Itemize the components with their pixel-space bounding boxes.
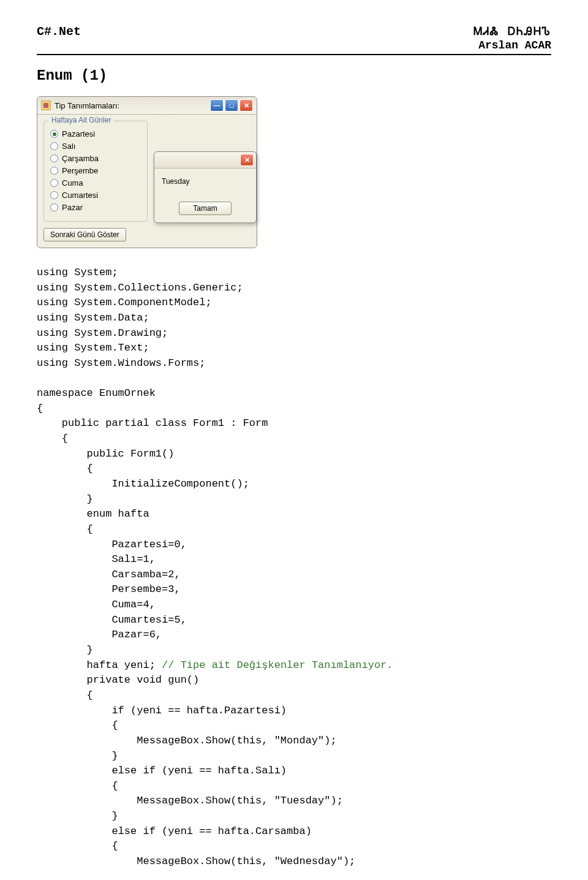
code-line: if (yeni == hafta.Pazartesi): [37, 705, 287, 716]
code-line: {: [37, 719, 118, 731]
code-line: Pazar=6,: [37, 629, 162, 640]
dialog-ok-button[interactable]: Tamam: [179, 202, 231, 215]
window-title: Tip Tanımlamaları:: [55, 101, 119, 110]
code-line: enum hafta: [37, 508, 149, 520]
close-button[interactable]: ✕: [239, 99, 253, 112]
radio-cuma[interactable]: Cuma: [50, 178, 141, 188]
code-line: MessageBox.Show(this, "Tuesday");: [37, 795, 343, 806]
code-line: using System.Collections.Generic;: [37, 282, 243, 294]
next-day-button[interactable]: Sonraki Günü Göster: [43, 228, 126, 241]
dialog-message: Tuesday: [162, 177, 249, 186]
code-line: namespace EnumOrnek: [37, 387, 156, 399]
code-line: MessageBox.Show(this, "Monday");: [37, 735, 337, 746]
code-line: {: [37, 523, 93, 535]
code-line: private void gun(): [37, 674, 199, 686]
code-line: {: [37, 689, 93, 701]
radio-sali[interactable]: Salı: [50, 142, 141, 151]
code-line: hafta yeni;: [37, 659, 162, 671]
code-line: using System.Data;: [37, 312, 149, 324]
code-line: Persembe=3,: [37, 583, 181, 595]
code-line: {: [37, 403, 43, 414]
radio-label: Cumartesi: [62, 191, 98, 200]
code-line: }: [37, 644, 93, 656]
code-line: {: [37, 433, 68, 444]
code-line: else if (yeni == hafta.Carsamba): [37, 825, 312, 837]
radio-pazartesi[interactable]: Pazartesi: [50, 129, 141, 138]
header-left: C#.Net: [37, 25, 81, 39]
code-line: MessageBox.Show(this, "Wednesday");: [37, 855, 355, 867]
radio-icon: [50, 167, 58, 175]
code-line: }: [37, 493, 93, 505]
radio-persembe[interactable]: Perşembe: [50, 166, 141, 175]
radio-label: Cuma: [62, 178, 83, 188]
code-line: Cumartesi=5,: [37, 614, 187, 626]
radio-icon: [50, 191, 58, 199]
header-author: Arslan ACAR: [473, 39, 551, 51]
header-glyphs: ᎷᏗᏜ ᎠᏂᎯᎻᏖ: [473, 25, 551, 38]
radio-icon: [50, 154, 58, 162]
radio-cumartesi[interactable]: Cumartesi: [50, 191, 141, 200]
code-line: Cuma=4,: [37, 599, 156, 610]
radio-icon: [50, 203, 58, 211]
page-header: C#.Net ᎷᏗᏜ ᎠᏂᎯᎻᏖ Arslan ACAR: [37, 25, 551, 55]
radio-icon: [50, 142, 58, 150]
code-line: Salı=1,: [37, 553, 156, 565]
app-icon: [41, 101, 51, 110]
code-line: public Form1(): [37, 448, 174, 460]
radio-label: Perşembe: [62, 166, 98, 175]
code-comment: // Tipe ait Değişkenler Tanımlanıyor.: [162, 659, 393, 671]
code-line: {: [37, 840, 118, 852]
code-line: {: [37, 463, 93, 474]
code-line: Pazartesi=0,: [37, 539, 187, 550]
code-line: using System.Text;: [37, 342, 149, 354]
code-line: Carsamba=2,: [37, 569, 181, 580]
groupbox-legend: Haftaya Ait Günler: [49, 116, 113, 124]
radio-label: Pazar: [62, 203, 83, 212]
code-line: using System.Drawing;: [37, 327, 168, 339]
dialog-close-button[interactable]: ✕: [240, 154, 254, 166]
minimize-button[interactable]: —: [210, 99, 224, 112]
radio-label: Salı: [62, 142, 75, 151]
code-line: public partial class Form1 : Form: [37, 417, 268, 429]
code-line: using System;: [37, 267, 118, 278]
code-line: }: [37, 810, 118, 822]
code-line: else if (yeni == hafta.Salı): [37, 765, 287, 776]
titlebar: Tip Tanımlamaları: — □ ✕: [37, 97, 257, 115]
radio-icon: [50, 130, 58, 138]
code-line: }: [37, 750, 118, 762]
radio-label: Çarşamba: [62, 154, 99, 163]
maximize-button[interactable]: □: [225, 99, 238, 112]
radio-carsamba[interactable]: Çarşamba: [50, 154, 141, 163]
code-line: {: [37, 780, 118, 792]
code-line: using System.Windows.Forms;: [37, 357, 205, 369]
code-listing: using System; using System.Collections.G…: [37, 265, 551, 870]
radio-pazar[interactable]: Pazar: [50, 203, 141, 212]
code-line: using System.ComponentModel;: [37, 297, 212, 308]
header-right: ᎷᏗᏜ ᎠᏂᎯᎻᏖ Arslan ACAR: [473, 25, 551, 51]
app-window: Tip Tanımlamaları: — □ ✕ Haftaya Ait Gün…: [37, 96, 257, 248]
radio-label: Pazartesi: [62, 129, 95, 138]
code-line: InitializeComponent();: [37, 478, 249, 490]
days-groupbox: Haftaya Ait Günler Pazartesi Salı Çarşam…: [43, 121, 148, 222]
message-dialog: ✕ Tuesday Tamam: [154, 151, 257, 223]
radio-icon: [50, 179, 58, 187]
page-title: Enum (1): [37, 67, 551, 84]
